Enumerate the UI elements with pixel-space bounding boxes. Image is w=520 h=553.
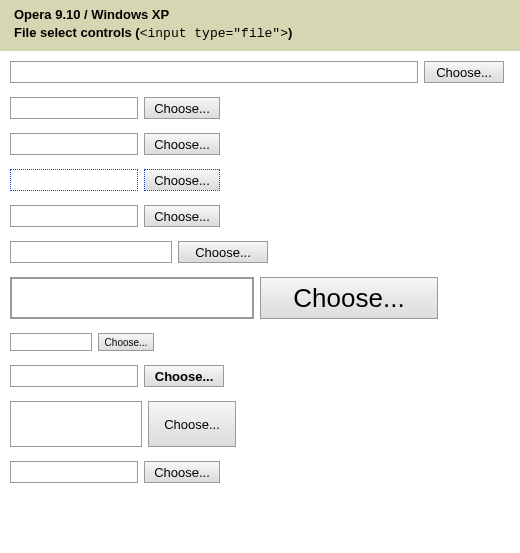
subtitle-suffix: ) [288,25,292,40]
file-path-input[interactable] [10,97,138,119]
choose-button[interactable]: Choose... [144,365,224,387]
file-control-row: Choose... [10,241,510,263]
file-control-row: Choose... [10,97,510,119]
file-path-input[interactable] [10,169,138,191]
file-control-row-bold: Choose... [10,365,510,387]
file-path-input[interactable] [10,333,92,351]
header: Opera 9.10 / Windows XP File select cont… [0,0,520,51]
file-path-input[interactable] [10,277,254,319]
choose-button[interactable]: Choose... [178,241,268,263]
file-path-input[interactable] [10,61,418,83]
file-control-row-small: Choose... [10,333,510,351]
examples-container: Choose... Choose... Choose... Choose... … [0,51,520,517]
file-control-row: Choose... [10,61,510,83]
file-control-row-large: Choose... [10,277,510,319]
page-title: Opera 9.10 / Windows XP [14,6,510,24]
choose-button[interactable]: Choose... [144,461,220,483]
file-control-row-tall: Choose... [10,401,510,447]
choose-button[interactable]: Choose... [98,333,154,351]
choose-button[interactable]: Choose... [260,277,438,319]
file-path-input[interactable] [10,461,138,483]
file-control-row: Choose... [10,133,510,155]
file-control-row: Choose... [10,461,510,483]
choose-button[interactable]: Choose... [144,133,220,155]
file-path-input[interactable] [10,133,138,155]
choose-button[interactable]: Choose... [144,169,220,191]
choose-button[interactable]: Choose... [144,97,220,119]
subtitle-code: <input type="file"> [140,26,288,41]
choose-button[interactable]: Choose... [424,61,504,83]
file-path-input[interactable] [10,365,138,387]
file-control-row-focused: Choose... [10,169,510,191]
file-path-input[interactable] [10,241,172,263]
subtitle-prefix: File select controls ( [14,25,140,40]
choose-button[interactable]: Choose... [148,401,236,447]
page-subtitle: File select controls (<input type="file"… [14,24,510,43]
file-path-input[interactable] [10,205,138,227]
file-path-input[interactable] [10,401,142,447]
choose-button[interactable]: Choose... [144,205,220,227]
file-control-row: Choose... [10,205,510,227]
